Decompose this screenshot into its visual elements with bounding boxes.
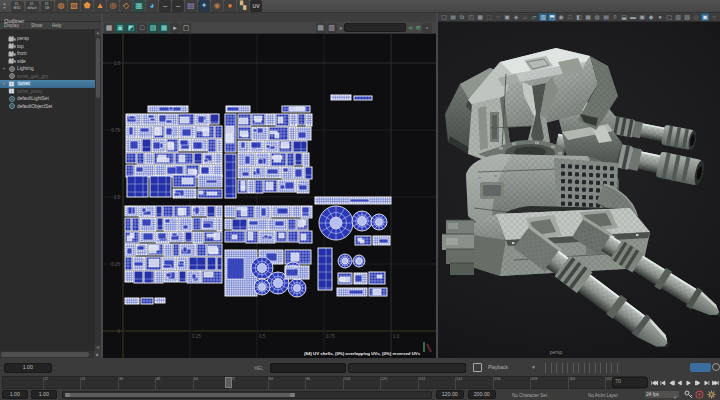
outliner-menu-show[interactable]: Show bbox=[31, 23, 42, 28]
scroll-right-icon[interactable]: ▶ bbox=[94, 351, 101, 358]
current-frame-field[interactable]: 70 bbox=[612, 377, 648, 388]
uv-play-icon[interactable]: ▸ bbox=[170, 23, 180, 33]
cached-playback-toggle[interactable] bbox=[690, 363, 711, 372]
scrollbar-thumb[interactable] bbox=[1, 352, 89, 357]
range-slider-track[interactable] bbox=[62, 391, 432, 399]
viewport-tool-icon-27[interactable]: ▨ bbox=[683, 13, 691, 21]
outliner-item-persp[interactable]: persp bbox=[0, 35, 95, 43]
viewport-tool-icon-23[interactable]: ◆ bbox=[647, 13, 655, 21]
viewport-tool-icon-25[interactable]: ▢ bbox=[665, 13, 673, 21]
viewport-tool-icon-15[interactable]: ◧ bbox=[575, 13, 583, 21]
shelf-pill2-icon[interactable]: ‒ bbox=[172, 0, 184, 12]
outliner-item-turret_proxy[interactable]: turret_proxy bbox=[0, 88, 95, 96]
shelf-cone-icon[interactable]: ▲ bbox=[94, 0, 106, 12]
scrollbar-thumb[interactable] bbox=[96, 38, 100, 98]
uv-border-icon[interactable]: □ bbox=[137, 23, 147, 33]
shelf-text-button-1[interactable]: X1default bbox=[26, 1, 39, 12]
viewport-tool-icon-20[interactable]: ⬓ bbox=[620, 13, 628, 21]
expander-icon[interactable]: + bbox=[0, 65, 8, 72]
shelf-bluesphere-icon[interactable]: ◕ bbox=[146, 0, 158, 12]
shelf-sphere-icon[interactable]: ◍ bbox=[55, 0, 67, 12]
outliner-menu-display[interactable]: Display bbox=[4, 23, 19, 28]
viewport-tool-icon-14[interactable]: □ bbox=[566, 13, 574, 21]
viewport-tool-icon-18[interactable]: ▤ bbox=[602, 13, 610, 21]
uv-image-icon[interactable]: ▤ bbox=[316, 23, 326, 33]
shelf-pill1-icon[interactable]: ‒ bbox=[159, 0, 171, 12]
transport-step-back-button[interactable] bbox=[668, 379, 675, 387]
shelf-plane-icon[interactable]: ◇ bbox=[120, 0, 132, 12]
viewport-tool-icon-10[interactable]: ▱ bbox=[530, 13, 538, 21]
frame-field[interactable]: 1.00 bbox=[4, 363, 52, 373]
transport-step-back-key-button[interactable] bbox=[660, 379, 667, 387]
viewport-tool-icon-30[interactable]: ○ bbox=[710, 13, 718, 21]
playback-start-field[interactable]: 1.00 bbox=[31, 390, 57, 399]
viewport-tool-icon-2[interactable]: ⧉ bbox=[458, 13, 466, 21]
outliner-item-defaultLightSet[interactable]: defaultLightSet bbox=[0, 95, 95, 103]
viewport-view[interactable]: persp bbox=[438, 22, 720, 358]
uv-repeat-icon[interactable]: ∞ bbox=[408, 23, 413, 33]
uv-grid-icon[interactable]: ▦ bbox=[104, 23, 114, 33]
viewport-tool-icon-26[interactable]: ▥ bbox=[674, 13, 682, 21]
transport-go-end-button[interactable] bbox=[712, 379, 719, 387]
viewport-tool-icon-4[interactable]: ▦ bbox=[476, 13, 484, 21]
transport-play-back-button[interactable] bbox=[677, 379, 684, 387]
playback-icon[interactable] bbox=[473, 363, 482, 372]
viewport-tool-icon-0[interactable]: ▢ bbox=[440, 13, 448, 21]
transport-play-forward-button[interactable] bbox=[686, 379, 693, 387]
viewport-tool-icon-5[interactable]: ⬚ bbox=[485, 13, 493, 21]
playback-options-icon[interactable] bbox=[712, 363, 720, 371]
anim-end-field[interactable]: 200.00 bbox=[468, 390, 496, 399]
shelf-cylinder-icon[interactable]: ⬟ bbox=[81, 0, 93, 12]
playback-dropdown-label[interactable]: Playback bbox=[488, 364, 508, 372]
shelf-text-button-0[interactable]: X1MOD bbox=[11, 1, 24, 12]
viewport-tool-icon-19[interactable]: ◊ bbox=[611, 13, 619, 21]
chevron-down-icon[interactable]: ▼ bbox=[531, 364, 536, 370]
time-slider[interactable]: 1224364860728496108120132144156168180192 bbox=[2, 376, 646, 389]
viewport-tool-icon-22[interactable]: ▣ bbox=[638, 13, 646, 21]
expander-icon[interactable]: ▸ bbox=[0, 80, 8, 87]
command-line-input[interactable] bbox=[270, 363, 346, 373]
viewport-tool-icon-28[interactable]: ◇ bbox=[692, 13, 700, 21]
chevron-down-icon[interactable]: ▾ bbox=[340, 25, 343, 31]
preferences-icon[interactable] bbox=[707, 390, 716, 399]
uv-texture-icon[interactable]: ◩ bbox=[126, 23, 136, 33]
viewport-tool-icon-1[interactable]: ▤ bbox=[449, 13, 457, 21]
transport-go-start-button[interactable] bbox=[651, 379, 658, 387]
outliner-item-side[interactable]: side bbox=[0, 58, 95, 66]
shelf-tab-switcher[interactable]: ▲▼ bbox=[0, 0, 9, 12]
fps-dropdown[interactable]: 24 fps▼ bbox=[644, 390, 680, 399]
uv-image-b-icon[interactable]: ▥ bbox=[327, 23, 337, 33]
outliner-item-turret_geo_grp[interactable]: turret_geo_grp bbox=[0, 73, 95, 81]
shelf-cloth-icon[interactable]: ▤ bbox=[185, 0, 197, 12]
uv-canvas[interactable]: 1.00.750.50.2500.250.50.751.0 (84) UV sh… bbox=[103, 34, 436, 358]
outliner-item-turret[interactable]: ▸turret bbox=[0, 80, 95, 88]
character-set-label[interactable]: No Character Set bbox=[512, 393, 547, 398]
viewport-tool-icon-24[interactable]: ● bbox=[656, 13, 664, 21]
auto-key-icon[interactable] bbox=[695, 390, 704, 399]
outliner-item-Lighting[interactable]: +Lighting bbox=[0, 65, 95, 73]
shelf-shine-icon[interactable]: ✦ bbox=[198, 0, 210, 12]
key-icon[interactable] bbox=[684, 390, 693, 399]
uv-options-icon[interactable]: ▫ bbox=[422, 23, 432, 33]
anim-start-field[interactable]: 1.00 bbox=[2, 390, 28, 399]
viewport-tool-icon-6[interactable]: ○ bbox=[494, 13, 502, 21]
viewport-tool-icon-29[interactable]: ▣ bbox=[701, 13, 709, 21]
viewport-tool-icon-11[interactable]: ▥ bbox=[539, 13, 547, 21]
shelf-checker-icon[interactable]: ▦ bbox=[133, 0, 145, 12]
viewport-tool-icon-7[interactable]: ▣ bbox=[503, 13, 511, 21]
outliner-horizontal-scrollbar[interactable]: ▶ bbox=[0, 351, 101, 358]
playback-end-field[interactable]: 120.00 bbox=[436, 390, 464, 399]
transport-step-fwd-key-button[interactable] bbox=[703, 379, 710, 387]
shelf-wood-icon[interactable]: ◉ bbox=[211, 0, 223, 12]
viewport-tool-icon-16[interactable]: ▦ bbox=[584, 13, 592, 21]
outliner-menu-help[interactable]: Help bbox=[52, 23, 61, 28]
uv-distortion-icon[interactable]: ▨ bbox=[148, 23, 158, 33]
viewport-tool-icon-9[interactable]: ⌂ bbox=[521, 13, 529, 21]
shelf-torus-icon[interactable]: ◎ bbox=[107, 0, 119, 12]
viewport-tool-icon-17[interactable]: ◍ bbox=[593, 13, 601, 21]
viewport-tool-icon-13[interactable]: ◉ bbox=[557, 13, 565, 21]
outliner-item-top[interactable]: top bbox=[0, 43, 95, 51]
outliner-item-front[interactable]: front bbox=[0, 50, 95, 58]
shelf-cube-icon[interactable]: ▧ bbox=[68, 0, 80, 12]
shelf-uv-icon[interactable]: UV bbox=[250, 0, 262, 12]
